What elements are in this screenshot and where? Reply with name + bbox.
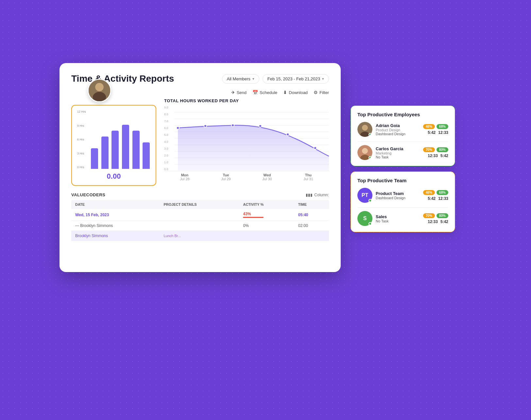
online-dot (368, 222, 372, 225)
col-project: PROJECT DETAILS (160, 200, 239, 209)
row-activity: 0% (239, 221, 294, 231)
row-date: Wed, 15 Feb, 2023 (71, 209, 160, 221)
team-badge-orange-1: 48% (423, 190, 435, 195)
time-1b: 12:33 (438, 130, 448, 135)
top-employees-title: Top Productive Employees (357, 112, 448, 117)
header-controls: All Members ▾ Feb 15, 2023 - Feb 21,2023… (222, 74, 329, 84)
team-avatar-1: PT (357, 188, 372, 203)
team-task-1: Dashboard Design (376, 196, 420, 200)
team-badge-green-2: 80% (437, 213, 448, 218)
metric-times-2: 12:33 5:42 (428, 153, 448, 158)
metric-times-1: 5:42 12:33 (428, 130, 448, 135)
page-title: Time & Activity Reports (71, 73, 174, 84)
employee-task-2: No Task (376, 155, 420, 159)
online-dot (368, 199, 372, 202)
col-time: TIME (294, 200, 329, 209)
team-times-2: 12:33 5:42 (428, 219, 448, 224)
bar-chart-panel: 12 Hrs 9 Hrs 6 Hrs 3 Hrs 0 Hrs (71, 98, 156, 186)
metric-badges-2: 70% 80% (423, 147, 448, 152)
employee-row-1: Adrian Goia Product Design Dashboard Des… (357, 122, 448, 137)
bar-4 (121, 125, 130, 169)
team-row-1: PT Product Team Dashboard Design 48% 68%… (357, 188, 448, 203)
x-label-thu: Thu Jul 31 (303, 173, 313, 181)
bar-y-labels: 12 Hrs 9 Hrs 6 Hrs 3 Hrs 0 Hrs (77, 110, 86, 169)
bar-chart-card: 12 Hrs 9 Hrs 6 Hrs 3 Hrs 0 Hrs (71, 105, 156, 186)
employee-info-1: Adrian Goia Product Design Dashboard Des… (376, 123, 420, 136)
bar-chart-icon: ▮▮▮ (306, 193, 313, 197)
row-time: 05:40 (294, 209, 329, 221)
bar-3 (111, 131, 119, 169)
row-name: Brooklyn Simmons (71, 231, 160, 241)
org-name: VALUECODERS (71, 192, 105, 197)
team-time-2b: 5:42 (440, 219, 448, 224)
badge-orange-1: 48% (423, 124, 435, 129)
line-chart-svg (164, 106, 329, 171)
top-teams-title: Top Productive Team (357, 178, 448, 183)
line-chart-panel: TOTAL HOURS WORKED PER DAY 9.0 8.0 7.0 6… (164, 98, 329, 186)
team-time-1b: 12:33 (438, 196, 448, 201)
team-metrics-2: 70% 80% 12:33 5:42 (423, 213, 448, 224)
user-avatar (88, 79, 111, 102)
team-badges-1: 48% 68% (423, 190, 448, 195)
table-row: Wed, 15 Feb, 2023 43% 05:40 (71, 209, 329, 221)
team-metrics-1: 48% 68% 5:42 12:33 (423, 190, 448, 201)
team-info-2: Sales No Task (376, 214, 420, 223)
svg-point-14 (231, 124, 234, 127)
main-report-card: Time & Activity Reports All Members ▾ Fe… (60, 63, 341, 272)
date-range-button[interactable]: Feb 15, 2023 - Feb 21,2023 ▾ (263, 74, 329, 84)
time-2b: 5:42 (440, 153, 448, 158)
employee-role-1: Product Design (376, 128, 420, 132)
filter-button[interactable]: ⚙ Filter (314, 90, 329, 95)
employee-row-2: Carlos Garcia Marketing No Task 70% 80% … (357, 145, 448, 160)
team-badge-green-1: 68% (437, 190, 448, 195)
date-range-label: Feb 15, 2023 - Feb 21,2023 (267, 76, 320, 81)
bar-1 (90, 148, 99, 169)
x-label-tue: Tue Jul 29 (221, 173, 231, 181)
bar-5 (132, 131, 140, 169)
members-filter-button[interactable]: All Members ▾ (222, 74, 259, 84)
employee-avatar-1 (357, 122, 372, 137)
line-chart-container: 9.0 8.0 7.0 6.0 5.0 4.0 3.0 2.0 1.0 0.0 (164, 106, 329, 171)
time-1a: 5:42 (428, 130, 436, 135)
row-activity: 43% (239, 209, 294, 221)
column-selector[interactable]: ▮▮▮ Column: (306, 193, 329, 197)
bar-2 (101, 137, 109, 169)
team-task-2: No Task (376, 219, 420, 223)
divider (357, 141, 448, 142)
team-badge-orange-2: 70% (423, 213, 435, 218)
employee-info-2: Carlos Garcia Marketing No Task (376, 146, 420, 159)
send-icon: ✈ (231, 90, 235, 95)
table-row: Brooklyn Simmons Lunch Br... (71, 231, 329, 241)
download-button[interactable]: ⬇ Download (283, 90, 308, 95)
online-dot (368, 133, 372, 136)
total-display: 0.00 (77, 172, 150, 181)
employee-metrics-1: 48% 68% 5:42 12:33 (423, 124, 448, 135)
row-project (160, 209, 239, 221)
chevron-down-icon: ▾ (322, 77, 324, 81)
employee-metrics-2: 70% 80% 12:33 5:42 (423, 147, 448, 158)
x-label-wed: Wed Jul 30 (262, 173, 272, 181)
badge-orange-2: 70% (423, 147, 435, 152)
filter-icon: ⚙ (314, 90, 318, 95)
team-time-1a: 5:42 (428, 196, 436, 201)
badge-green-2: 80% (437, 147, 448, 152)
row-task: Lunch Br... (160, 231, 239, 241)
x-label-mon: Mon Jul 28 (180, 173, 189, 181)
chevron-down-icon: ▾ (252, 77, 254, 81)
svg-point-17 (314, 147, 317, 149)
svg-point-1 (95, 83, 104, 91)
employee-name-2: Carlos Garcia (376, 146, 420, 151)
download-icon: ⬇ (283, 90, 287, 95)
send-button[interactable]: ✈ Send (231, 90, 247, 95)
badge-green-1: 68% (437, 124, 448, 129)
col-date: DATE (71, 200, 160, 209)
team-badges-2: 70% 80% (423, 213, 448, 218)
time-2a: 12:33 (428, 153, 438, 158)
team-row-2: S Sales No Task 70% 80% 12:33 5:42 (357, 211, 448, 226)
content-area: 12 Hrs 9 Hrs 6 Hrs 3 Hrs 0 Hrs (71, 98, 329, 186)
row-time: 02:00 (294, 221, 329, 231)
svg-point-16 (286, 133, 289, 136)
calendar-icon: 📅 (252, 90, 258, 95)
team-name-1: Product Team (376, 191, 420, 196)
schedule-button[interactable]: 📅 Schedule (252, 90, 277, 95)
